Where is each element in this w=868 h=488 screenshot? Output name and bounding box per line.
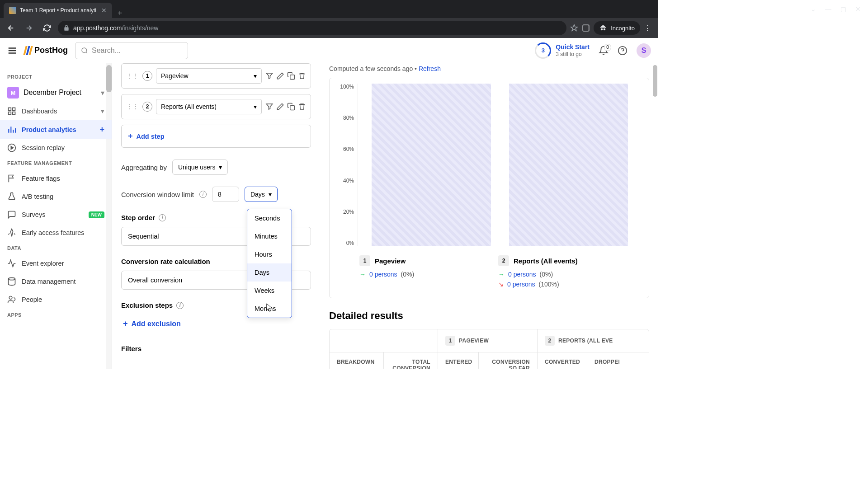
analytics-icon: [7, 125, 16, 134]
edit-icon[interactable]: [276, 72, 284, 80]
drag-handle-icon[interactable]: ⋮⋮: [126, 103, 139, 110]
bookmark-icon[interactable]: [570, 24, 578, 32]
chevron-down-icon: ▾: [254, 103, 257, 110]
arrow-down-icon: ↘: [498, 281, 504, 288]
dropdown-item-days[interactable]: Days: [247, 263, 292, 282]
sidebar-item-session-replay[interactable]: Session replay: [0, 139, 112, 157]
avatar[interactable]: S: [637, 43, 651, 58]
svg-point-9: [9, 296, 12, 300]
info-icon[interactable]: i: [199, 191, 207, 198]
sidebar-item-early-access[interactable]: Early access features: [0, 224, 112, 242]
main-layout: PROJECT M December Project ▾ Dashboards …: [0, 63, 658, 369]
funnel-chart: 100% 80% 60% 40% 20% 0% 1: [329, 78, 649, 298]
edit-icon[interactable]: [276, 103, 284, 111]
search-icon: [81, 47, 88, 54]
browser-tab[interactable]: Team 1 Report • Product analyti ✕: [4, 3, 112, 18]
trash-icon[interactable]: [298, 103, 306, 111]
search-input[interactable]: Search...: [75, 42, 188, 59]
plus-icon[interactable]: +: [99, 125, 104, 134]
trash-icon[interactable]: [298, 72, 306, 80]
chevron-down-icon: ▾: [101, 108, 104, 115]
svg-rect-5: [9, 112, 11, 115]
svg-point-1: [82, 48, 87, 53]
database-icon: [7, 277, 16, 286]
persons-link[interactable]: 0 persons: [508, 271, 536, 278]
quick-start-button[interactable]: 3 Quick Start 3 still to go: [535, 42, 590, 59]
chevron-down-icon: ▾: [254, 72, 257, 80]
dropdown-item-minutes[interactable]: Minutes: [247, 227, 292, 245]
copy-icon[interactable]: [287, 72, 295, 80]
th-breakdown: BREAKDOWN: [330, 352, 384, 369]
project-selector[interactable]: M December Project ▾: [0, 83, 112, 102]
app-header: PostHog Search... 3 Quick Start 3 still …: [0, 38, 658, 63]
logo[interactable]: PostHog: [24, 46, 68, 55]
sidebar-item-feature-flags[interactable]: Feature flags: [0, 169, 112, 188]
step-event-select[interactable]: Reports (All events) ▾: [156, 99, 262, 114]
conversion-rate-label: Conversion rate calculation: [121, 258, 210, 265]
sidebar-item-surveys[interactable]: Surveys NEW: [0, 206, 112, 224]
results-table: 1 PAGEVIEW 2 REPORTS (ALL EVE BREAKDOWN …: [329, 329, 649, 369]
bar-step-2[interactable]: [509, 84, 628, 246]
notifications-button[interactable]: 0: [599, 46, 609, 56]
filter-icon[interactable]: [265, 103, 274, 111]
persons-link[interactable]: 0 persons: [369, 271, 397, 278]
conversion-unit-select[interactable]: Days ▾: [245, 187, 278, 202]
add-step-button[interactable]: + Add step: [121, 125, 311, 148]
svg-rect-3: [9, 108, 11, 111]
forward-button[interactable]: [22, 21, 36, 35]
reload-button[interactable]: [40, 21, 54, 35]
svg-rect-10: [290, 75, 295, 80]
info-icon[interactable]: i: [159, 214, 166, 221]
sidebar-item-people[interactable]: People: [0, 291, 112, 309]
unit-dropdown: Seconds Minutes Hours Days Weeks Months: [247, 209, 292, 318]
address-bar-row: app.posthog.com/insights/new Incognito ⋮: [0, 18, 658, 38]
filters-label: Filters: [121, 345, 142, 352]
dropdown-item-seconds[interactable]: Seconds: [247, 209, 292, 227]
th-converted: CONVERTED: [538, 352, 587, 369]
config-panel: ⋮⋮ 1 Pageview ▾ ⋮⋮ 2 Reports (All events…: [112, 63, 320, 369]
filter-icon[interactable]: [265, 72, 274, 80]
dropdown-item-months[interactable]: Months: [247, 300, 292, 318]
flask-icon: [7, 192, 16, 201]
drag-handle-icon[interactable]: ⋮⋮: [126, 72, 139, 80]
kebab-icon[interactable]: ⋮: [644, 24, 651, 33]
chevron-down-icon: ▾: [101, 89, 104, 97]
incognito-badge[interactable]: Incognito: [594, 21, 640, 35]
back-button[interactable]: [4, 21, 18, 35]
copy-icon[interactable]: [287, 103, 295, 111]
help-button[interactable]: [618, 46, 627, 56]
funnel-step-1: ⋮⋮ 1 Pageview ▾: [121, 63, 311, 89]
bar-step-1[interactable]: [372, 84, 491, 246]
results-scrollbar[interactable]: [653, 65, 657, 97]
new-tab-button[interactable]: +: [112, 9, 128, 18]
project-badge: M: [7, 87, 19, 99]
arrow-right-icon: →: [359, 271, 366, 278]
tab-close-icon[interactable]: ✕: [101, 7, 107, 14]
info-icon[interactable]: i: [176, 302, 184, 309]
favicon-icon: [9, 7, 16, 14]
dropdown-item-hours[interactable]: Hours: [247, 245, 292, 263]
extensions-icon[interactable]: [582, 24, 590, 32]
step-event-select[interactable]: Pageview ▾: [156, 68, 262, 84]
sidebar-item-dashboards[interactable]: Dashboards ▾: [0, 102, 112, 120]
lock-icon: [63, 25, 70, 31]
browser-chrome: ⌄ — ▢ ✕ Team 1 Report • Product analyti …: [0, 0, 658, 38]
sidebar-item-event-explorer[interactable]: Event explorer: [0, 254, 112, 272]
sidebar-item-ab-testing[interactable]: A/B testing: [0, 188, 112, 206]
sidebar-item-product-analytics[interactable]: Product analytics +: [0, 120, 112, 139]
persons-link[interactable]: 0 persons: [507, 281, 535, 288]
svg-rect-6: [13, 112, 15, 115]
step-order-label: Step order: [121, 214, 155, 221]
reload-link[interactable]: Refresh: [419, 65, 441, 72]
dropdown-item-weeks[interactable]: Weeks: [247, 282, 292, 300]
chevron-down-icon: ▾: [219, 164, 222, 171]
menu-button[interactable]: [7, 46, 17, 56]
conversion-window-input[interactable]: [212, 187, 239, 202]
y-axis: 100% 80% 60% 40% 20% 0%: [337, 84, 358, 246]
sidebar-item-data-management[interactable]: Data management: [0, 272, 112, 291]
svg-rect-4: [13, 108, 15, 111]
plus-icon: +: [128, 131, 133, 141]
aggregating-select[interactable]: Unique users ▾: [172, 160, 228, 175]
results-panel: Computed a few seconds ago • Refresh 100…: [320, 63, 658, 369]
address-bar[interactable]: app.posthog.com/insights/new: [58, 21, 566, 35]
